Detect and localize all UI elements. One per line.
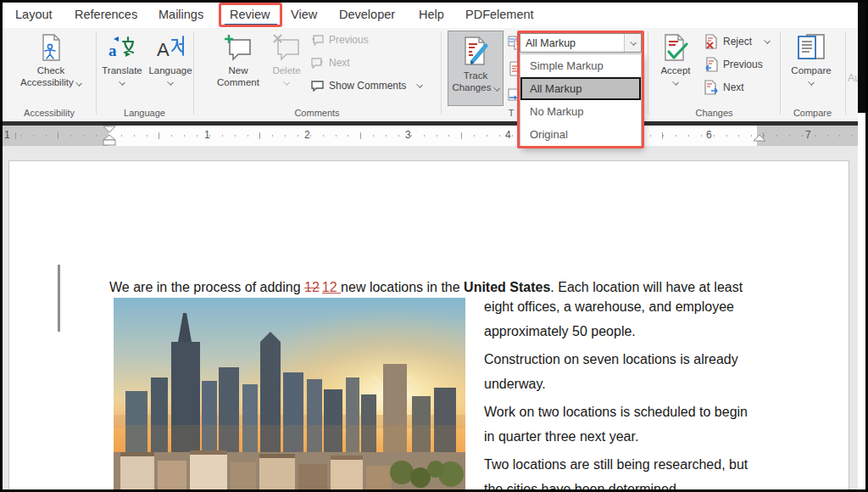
- group-label-changes: Changes: [648, 108, 780, 118]
- next-change-icon: [704, 80, 719, 95]
- document-page[interactable]: We are in the process of adding 1212 new…: [8, 160, 849, 492]
- ruler-number: 6: [706, 129, 712, 141]
- show-comments-button[interactable]: Show Comments: [310, 80, 422, 92]
- check-accessibility-icon: [37, 33, 64, 65]
- group-label-language: Language: [96, 108, 193, 118]
- next-comment-icon: [310, 57, 325, 69]
- ribbon-tab-bar: Layout References Mailings Review View D…: [0, 0, 858, 28]
- tab-pdfelement[interactable]: PDFelement: [465, 8, 534, 21]
- tab-mailings[interactable]: Mailings: [159, 8, 203, 21]
- delete-comment-icon: [271, 33, 302, 65]
- indent-markers[interactable]: [103, 126, 116, 146]
- bold-text: United States: [464, 280, 550, 294]
- paragraph-2: eight offices, a warehouse, and employee…: [484, 295, 789, 344]
- ruler-half-ticks: [8, 132, 856, 139]
- word-window: Layout References Mailings Review View D…: [0, 0, 868, 492]
- previous-comment-button: Previous: [310, 34, 369, 46]
- group-label-accessibility: Accessibility: [5, 108, 93, 118]
- group-label-tracking-partial: T: [505, 108, 517, 118]
- deleted-text: 12: [304, 280, 320, 294]
- paragraph-4: Work on two locations is scheduled to be…: [484, 400, 789, 449]
- new-comment-icon: [223, 33, 253, 65]
- document-area: We are in the process of adding 1212 new…: [0, 146, 858, 492]
- display-for-review-menu: Simple Markup All Markup No Markup Origi…: [520, 53, 642, 147]
- ruler-number: 2: [304, 129, 310, 141]
- paragraph-text: We are in the process of adding: [109, 280, 304, 294]
- next-change-button[interactable]: Next: [704, 80, 744, 95]
- tracked-change-bar: [58, 265, 60, 332]
- menu-item-simple-markup[interactable]: Simple Markup: [520, 54, 641, 77]
- active-tab-indicator: [225, 24, 277, 27]
- translate-button[interactable]: a Translate: [99, 30, 145, 85]
- svg-text:a: a: [108, 42, 117, 59]
- review-ribbon: Check Accessibility Accessibility a Tran…: [0, 28, 858, 121]
- ruler-number: 3: [405, 129, 411, 141]
- chevron-down-icon: [808, 79, 815, 86]
- group-separator: [780, 31, 781, 115]
- previous-comment-icon: [310, 34, 325, 46]
- chevron-down-icon: [417, 81, 424, 88]
- paragraph-5: Two locations are still being researched…: [484, 453, 789, 492]
- next-comment-button: Next: [310, 57, 350, 69]
- dropdown-chevron[interactable]: [624, 34, 641, 52]
- right-indent-marker[interactable]: [753, 134, 766, 143]
- track-changes-button[interactable]: Track Changes: [448, 31, 504, 106]
- check-accessibility-button[interactable]: Check Accessibility: [12, 30, 90, 88]
- chevron-down-icon: [672, 79, 679, 86]
- new-comment-button[interactable]: New Comment: [212, 30, 264, 88]
- group-separator: [193, 31, 194, 115]
- tab-developer[interactable]: Developer: [339, 8, 395, 21]
- ruler-number: 4: [505, 129, 511, 141]
- chevron-down-icon: [167, 79, 174, 86]
- group-separator: [845, 31, 846, 115]
- display-for-review-value: All Markup: [520, 37, 624, 49]
- language-button[interactable]: A Language: [147, 30, 193, 85]
- chevron-down-icon: [630, 39, 637, 46]
- menu-item-all-markup[interactable]: All Markup: [520, 77, 641, 100]
- group-separator: [648, 31, 648, 115]
- skyline-photo[interactable]: [114, 298, 465, 492]
- accept-button[interactable]: Accept: [651, 30, 700, 85]
- previous-change-button[interactable]: Previous: [704, 57, 763, 72]
- paragraph-text: . Each location will have at least: [550, 280, 743, 294]
- window-right-edge: [858, 0, 868, 492]
- ruler-number: 7: [805, 129, 811, 141]
- ruler-number: 1: [4, 129, 10, 141]
- accept-icon: [661, 33, 690, 65]
- tab-view[interactable]: View: [291, 8, 317, 21]
- menu-item-no-markup[interactable]: No Markup: [520, 100, 641, 123]
- paragraph-text: new locations in the: [341, 280, 464, 294]
- compare-button[interactable]: Compare: [785, 30, 837, 85]
- tab-help[interactable]: Help: [419, 8, 444, 21]
- svg-text:A: A: [157, 39, 170, 60]
- reject-button[interactable]: Reject: [704, 34, 770, 49]
- group-label-comments: Comments: [193, 108, 441, 118]
- reject-icon: [704, 34, 719, 49]
- previous-change-icon: [704, 57, 719, 72]
- track-changes-icon: [460, 35, 491, 70]
- horizontal-ruler[interactable]: 1 1 2 3 4 5 6 7: [0, 126, 858, 146]
- translate-icon: a: [107, 33, 137, 65]
- compare-icon: [795, 33, 827, 65]
- group-separator: [96, 31, 97, 115]
- wrapped-text-column[interactable]: eight offices, a warehouse, and employee…: [484, 295, 789, 492]
- chevron-down-icon: [119, 79, 125, 86]
- menu-item-original[interactable]: Original: [520, 123, 641, 146]
- group-label-compare: Compare: [780, 108, 845, 118]
- display-for-review-select[interactable]: All Markup: [520, 33, 642, 53]
- delete-comment-button: Delete: [266, 30, 307, 85]
- chevron-down-icon: [764, 37, 771, 44]
- inserted-text: 12: [322, 280, 341, 294]
- language-icon: A: [155, 33, 186, 65]
- chevron-down-icon: [493, 85, 500, 92]
- tab-references[interactable]: References: [75, 8, 137, 21]
- tab-review[interactable]: Review: [230, 8, 270, 21]
- ruler-number: 1: [204, 129, 210, 141]
- window-corner-black: [858, 0, 868, 113]
- tab-layout[interactable]: Layout: [15, 8, 53, 21]
- group-separator: [441, 31, 442, 115]
- show-comments-icon: [310, 80, 325, 92]
- paragraph-3: Construction on seven locations is alrea…: [484, 348, 789, 396]
- chevron-down-icon: [283, 79, 290, 86]
- chevron-down-icon: [75, 80, 82, 87]
